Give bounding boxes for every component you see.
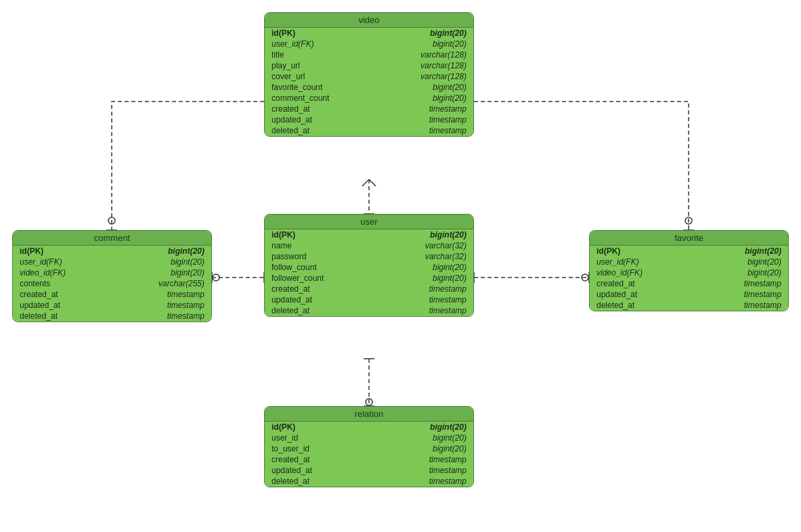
table-row-comment-6: deleted_attimestamp [13, 311, 211, 322]
col-right-video-0: bigint(20) [430, 28, 467, 38]
table-row-relation-0: id(PK)bigint(20) [265, 422, 473, 433]
col-right-favorite-5: timestamp [744, 301, 781, 310]
col-left-relation-3: created_at [272, 455, 310, 464]
table-row-user-5: created_attimestamp [265, 284, 473, 294]
col-left-video-0: id(PK) [272, 28, 295, 38]
col-right-video-3: varchar(128) [420, 61, 467, 70]
col-right-video-7: timestamp [429, 104, 467, 114]
table-row-comment-4: created_attimestamp [13, 289, 211, 300]
col-left-comment-4: created_at [20, 290, 58, 299]
table-row-relation-3: created_attimestamp [265, 454, 473, 465]
table-row-favorite-0: id(PK)bigint(20) [590, 246, 788, 257]
col-left-video-4: cover_url [272, 72, 305, 81]
col-right-user-3: bigint(20) [433, 263, 467, 272]
col-left-favorite-3: created_at [597, 279, 635, 288]
col-left-user-7: deleted_at [272, 306, 309, 315]
col-left-comment-2: video_id(FK) [20, 268, 66, 278]
svg-point-7 [108, 217, 115, 224]
table-row-comment-5: updated_attimestamp [13, 300, 211, 311]
col-left-video-2: title [272, 50, 284, 60]
col-left-favorite-5: deleted_at [597, 301, 634, 310]
table-row-video-8: updated_attimestamp [265, 114, 473, 125]
table-row-favorite-5: deleted_attimestamp [590, 300, 788, 311]
table-row-favorite-4: updated_attimestamp [590, 289, 788, 300]
col-right-favorite-3: timestamp [744, 279, 781, 288]
table-row-video-4: cover_urlvarchar(128) [265, 71, 473, 82]
col-left-relation-2: to_user_id [272, 444, 309, 453]
col-right-relation-5: timestamp [429, 476, 467, 486]
svg-line-2 [369, 179, 376, 186]
col-right-relation-3: timestamp [429, 455, 467, 464]
col-right-comment-5: timestamp [167, 301, 204, 310]
col-right-relation-4: timestamp [429, 466, 467, 475]
col-left-user-1: name [272, 241, 292, 250]
col-left-user-2: password [272, 252, 306, 261]
table-row-video-6: comment_countbigint(20) [265, 93, 473, 104]
col-right-video-6: bigint(20) [433, 93, 467, 103]
table-video: videoid(PK)bigint(20)user_id(FK)bigint(2… [264, 12, 474, 137]
col-left-user-6: updated_at [272, 295, 312, 305]
table-row-comment-3: contentsvarchar(255) [13, 278, 211, 289]
col-left-video-7: created_at [272, 104, 310, 114]
col-left-relation-0: id(PK) [272, 422, 295, 432]
col-left-favorite-1: user_id(FK) [597, 257, 639, 267]
table-row-video-7: created_attimestamp [265, 104, 473, 114]
col-left-comment-1: user_id(FK) [20, 257, 62, 267]
col-right-user-2: varchar(32) [425, 252, 467, 261]
col-right-relation-1: bigint(20) [433, 433, 467, 443]
table-row-user-1: namevarchar(32) [265, 240, 473, 251]
table-relation: relationid(PK)bigint(20)user_idbigint(20… [264, 406, 474, 487]
table-row-favorite-2: video_id(FK)bigint(20) [590, 267, 788, 278]
table-header-comment: comment [13, 231, 211, 246]
svg-point-18 [582, 274, 588, 281]
table-favorite: favoriteid(PK)bigint(20)user_id(FK)bigin… [589, 230, 789, 311]
col-left-relation-5: deleted_at [272, 476, 309, 486]
col-left-user-4: follower_count [272, 273, 324, 283]
col-right-favorite-0: bigint(20) [745, 246, 781, 256]
table-row-user-7: deleted_attimestamp [265, 305, 473, 316]
table-user: userid(PK)bigint(20)namevarchar(32)passw… [264, 214, 474, 317]
col-right-video-4: varchar(128) [420, 72, 467, 81]
table-row-relation-4: updated_attimestamp [265, 465, 473, 476]
col-right-video-2: varchar(128) [420, 50, 467, 60]
col-left-favorite-2: video_id(FK) [597, 268, 643, 278]
col-right-user-4: bigint(20) [433, 273, 467, 283]
col-right-video-5: bigint(20) [433, 83, 467, 92]
col-right-comment-4: timestamp [167, 290, 204, 299]
svg-point-23 [366, 399, 372, 405]
col-left-relation-4: updated_at [272, 466, 312, 475]
col-left-relation-1: user_id [272, 433, 298, 443]
table-row-video-5: favorite_countbigint(20) [265, 82, 473, 93]
col-left-comment-6: deleted_at [20, 311, 58, 321]
table-row-favorite-3: created_attimestamp [590, 278, 788, 289]
table-row-user-6: updated_attimestamp [265, 294, 473, 305]
col-right-relation-2: bigint(20) [433, 444, 467, 453]
col-right-comment-6: timestamp [167, 311, 204, 321]
table-row-relation-1: user_idbigint(20) [265, 433, 473, 443]
table-row-video-3: play_urlvarchar(128) [265, 60, 473, 71]
col-right-video-9: timestamp [429, 126, 467, 135]
col-left-comment-3: contents [20, 279, 50, 288]
col-left-video-8: updated_at [272, 115, 312, 125]
col-right-comment-0: bigint(20) [168, 246, 204, 256]
col-right-user-5: timestamp [429, 284, 467, 294]
col-left-favorite-0: id(PK) [597, 246, 620, 256]
table-header-favorite: favorite [590, 231, 788, 246]
col-right-user-6: timestamp [429, 295, 467, 305]
col-left-video-5: favorite_count [272, 83, 322, 92]
table-row-user-4: follower_countbigint(20) [265, 273, 473, 284]
col-right-user-1: varchar(32) [425, 241, 467, 250]
table-row-user-3: follow_countbigint(20) [265, 262, 473, 273]
table-row-comment-1: user_id(FK)bigint(20) [13, 257, 211, 267]
col-right-comment-1: bigint(20) [171, 257, 204, 267]
col-right-relation-0: bigint(20) [430, 422, 467, 432]
col-left-video-3: play_url [272, 61, 300, 70]
col-right-favorite-1: bigint(20) [748, 257, 781, 267]
table-row-comment-2: video_id(FK)bigint(20) [13, 267, 211, 278]
col-left-user-5: created_at [272, 284, 310, 294]
col-left-video-9: deleted_at [272, 126, 309, 135]
table-row-favorite-1: user_id(FK)bigint(20) [590, 257, 788, 267]
col-right-video-8: timestamp [429, 115, 467, 125]
col-right-favorite-2: bigint(20) [748, 268, 781, 278]
table-row-user-2: passwordvarchar(32) [265, 251, 473, 262]
